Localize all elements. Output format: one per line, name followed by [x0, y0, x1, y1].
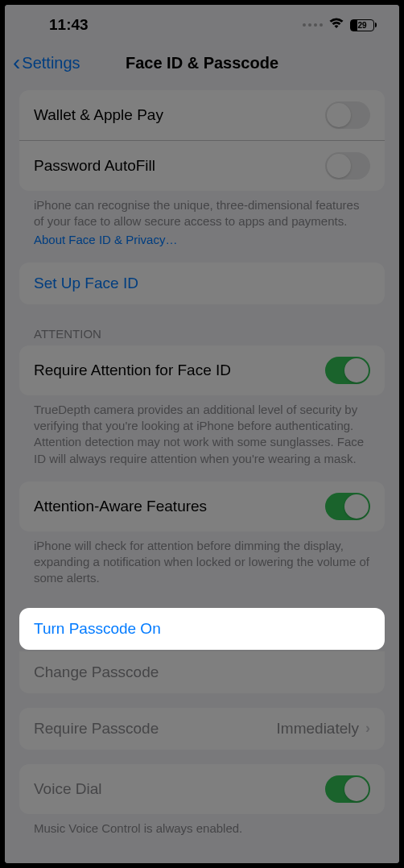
require-passcode-row[interactable]: Require Passcode Immediately ›: [19, 708, 385, 750]
change-passcode-group: Change Passcode: [19, 651, 385, 693]
autofill-toggle[interactable]: [325, 152, 370, 180]
require-passcode-group: Require Passcode Immediately ›: [19, 708, 385, 750]
voice-dial-toggle[interactable]: [325, 775, 370, 803]
voice-dial-group: Voice Dial: [19, 764, 385, 814]
password-autofill-row[interactable]: Password AutoFill: [19, 140, 385, 191]
cellular-dots-icon: [303, 23, 323, 27]
require-passcode-value: Immediately: [277, 720, 359, 738]
setup-faceid-group: Set Up Face ID: [19, 262, 385, 304]
change-passcode-row: Change Passcode: [19, 651, 385, 693]
wallet-toggle[interactable]: [325, 101, 370, 129]
require-attention-footer: TrueDepth camera provides an additional …: [19, 395, 385, 467]
back-label: Settings: [22, 54, 80, 72]
require-attention-group: Require Attention for Face ID: [19, 345, 385, 395]
require-passcode-label: Require Passcode: [34, 720, 159, 738]
require-attention-row[interactable]: Require Attention for Face ID: [19, 345, 385, 395]
face-id-uses-group: Wallet & Apple Pay Password AutoFill: [19, 90, 385, 191]
attention-aware-footer: iPhone will check for attention before d…: [19, 531, 385, 587]
autofill-label: Password AutoFill: [34, 157, 155, 175]
attention-aware-group: Attention-Aware Features: [19, 482, 385, 531]
require-attention-toggle[interactable]: [325, 357, 370, 384]
require-attention-label: Require Attention for Face ID: [34, 362, 231, 379]
back-button[interactable]: ‹ Settings: [13, 52, 80, 74]
attention-header: Attention: [19, 304, 385, 345]
battery-icon: 29: [350, 19, 377, 31]
voice-dial-label: Voice Dial: [34, 780, 102, 798]
setup-faceid-button[interactable]: Set Up Face ID: [19, 262, 385, 304]
wallet-apple-pay-row[interactable]: Wallet & Apple Pay: [19, 90, 385, 140]
status-indicators: 29: [303, 16, 377, 34]
wifi-icon: [328, 16, 344, 34]
status-time: 11:43: [49, 16, 89, 34]
chevron-left-icon: ‹: [13, 52, 20, 74]
attention-aware-toggle[interactable]: [325, 493, 370, 520]
navigation-bar: ‹ Settings Face ID & Passcode: [5, 45, 399, 81]
voice-dial-row[interactable]: Voice Dial: [19, 764, 385, 814]
attention-aware-label: Attention-Aware Features: [34, 498, 207, 515]
attention-aware-row[interactable]: Attention-Aware Features: [19, 482, 385, 531]
about-faceid-privacy-link[interactable]: About Face ID & Privacy…: [34, 232, 370, 248]
turn-passcode-on-group: Turn Passcode On: [19, 608, 385, 650]
status-bar: 11:43 29: [5, 5, 399, 45]
voice-dial-footer: Music Voice Control is always enabled.: [19, 814, 385, 837]
chevron-right-icon: ›: [365, 720, 370, 737]
wallet-label: Wallet & Apple Pay: [34, 106, 163, 124]
turn-passcode-on-button[interactable]: Turn Passcode On: [19, 608, 385, 650]
face-id-footer: iPhone can recognise the unique, three-d…: [19, 191, 385, 248]
